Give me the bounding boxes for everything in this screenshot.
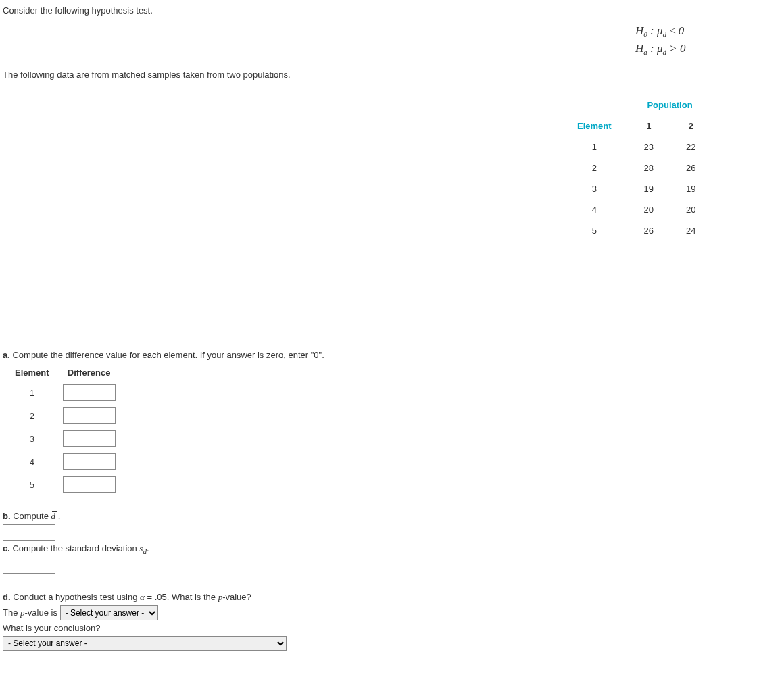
- dbar-input[interactable]: [3, 524, 55, 541]
- part-b-prompt: b. Compute d .: [3, 511, 781, 522]
- diff-row: 3: [8, 427, 122, 450]
- h0-line: H0 : μd ≤ 0: [635, 23, 685, 41]
- sd-input[interactable]: [3, 573, 55, 589]
- diff-input-3[interactable]: [63, 430, 116, 447]
- difference-table: Element Difference 1 2 3 4 5: [8, 364, 122, 496]
- diff-row: 5: [8, 473, 122, 496]
- diff-diff-header: Difference: [56, 364, 122, 381]
- table-row: 52624: [561, 220, 712, 241]
- table-row: 31919: [561, 178, 712, 199]
- diff-row: 2: [8, 404, 122, 427]
- intro-line-1: Consider the following hypothesis test.: [3, 5, 781, 16]
- part-d-prompt: d. Conduct a hypothesis test using α = .…: [3, 592, 781, 603]
- population-header: Population: [628, 95, 712, 116]
- ha-line: Ha : μd > 0: [635, 41, 685, 58]
- conclusion-prompt: What is your conclusion?: [3, 623, 781, 633]
- intro-line-2: The following data are from matched samp…: [3, 70, 781, 80]
- diff-element-header: Element: [8, 364, 56, 381]
- diff-input-2[interactable]: [63, 407, 116, 424]
- table-row: 22826: [561, 157, 712, 178]
- diff-row: 4: [8, 450, 122, 473]
- diff-input-1[interactable]: [63, 384, 116, 401]
- diff-input-4[interactable]: [63, 453, 116, 470]
- table-row: 12322: [561, 136, 712, 157]
- part-a-prompt: a. Compute the difference value for each…: [3, 350, 781, 360]
- conclusion-select[interactable]: - Select your answer -: [3, 636, 287, 651]
- diff-input-5[interactable]: [63, 476, 116, 493]
- col-1-header: 1: [628, 116, 670, 136]
- pvalue-line: The p-value is - Select your answer -: [3, 605, 781, 620]
- population-data-table: Population Element 1 2 12322 22826 31919…: [561, 95, 712, 241]
- table-row: 42020: [561, 199, 712, 220]
- pvalue-select[interactable]: - Select your answer -: [60, 605, 158, 620]
- col-2-header: 2: [670, 116, 712, 136]
- diff-row: 1: [8, 381, 122, 404]
- hypotheses-block: H0 : μd ≤ 0 Ha : μd > 0: [635, 23, 685, 58]
- part-c-prompt: c. Compute the standard deviation sd.: [3, 543, 781, 555]
- element-header: Element: [561, 116, 628, 136]
